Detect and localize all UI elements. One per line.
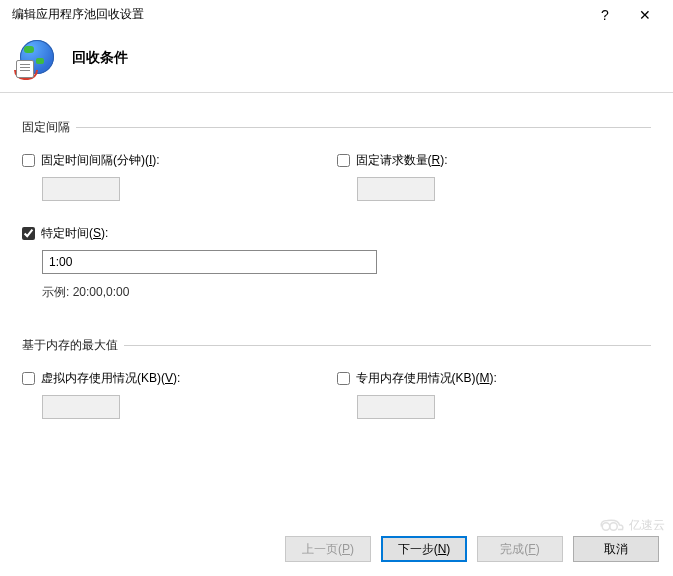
button-bar: 上一页(P) 下一步(N) 完成(F) 取消 [285,536,659,562]
group-fixed-interval: 固定间隔 固定时间间隔(分钟)(I): 固定请求数量(R): 特定时间(S): [22,119,651,319]
fixed-interval-label: 固定时间间隔(分钟)(I): [41,152,160,169]
titlebar: 编辑应用程序池回收设置 ? ✕ [0,0,673,30]
private-memory-label: 专用内存使用情况(KB)(M): [356,370,497,387]
next-button[interactable]: 下一步(N) [381,536,467,562]
page-title: 回收条件 [72,49,128,67]
private-memory-input [357,395,435,419]
specific-time-example: 示例: 20:00,0:00 [42,284,651,301]
svg-point-0 [602,523,610,531]
virtual-memory-label: 虚拟内存使用情况(KB)(V): [41,370,180,387]
fixed-requests-checkbox[interactable] [337,154,350,167]
fixed-interval-checkbox[interactable] [22,154,35,167]
svg-point-1 [610,523,618,531]
fixed-requests-input [357,177,435,201]
group-memory-legend: 基于内存的最大值 [22,337,124,354]
close-button[interactable]: ✕ [625,1,665,29]
group-fixed-legend: 固定间隔 [22,119,76,136]
fixed-interval-input [42,177,120,201]
prev-button: 上一页(P) [285,536,371,562]
specific-time-input[interactable] [42,250,377,274]
finish-button: 完成(F) [477,536,563,562]
private-memory-checkbox[interactable] [337,372,350,385]
fixed-requests-label: 固定请求数量(R): [356,152,448,169]
virtual-memory-checkbox[interactable] [22,372,35,385]
watermark: 亿速云 [597,516,665,534]
recycle-globe-icon [16,38,56,78]
specific-time-checkbox[interactable] [22,227,35,240]
specific-time-label: 特定时间(S): [41,225,108,242]
group-memory-max: 基于内存的最大值 虚拟内存使用情况(KB)(V): 专用内存使用情况(KB)(M… [22,337,651,439]
wizard-header: 回收条件 [0,30,673,93]
window-title: 编辑应用程序池回收设置 [12,6,585,23]
help-button[interactable]: ? [585,1,625,29]
virtual-memory-input [42,395,120,419]
content-area: 固定间隔 固定时间间隔(分钟)(I): 固定请求数量(R): 特定时间(S): [0,93,673,439]
cancel-button[interactable]: 取消 [573,536,659,562]
